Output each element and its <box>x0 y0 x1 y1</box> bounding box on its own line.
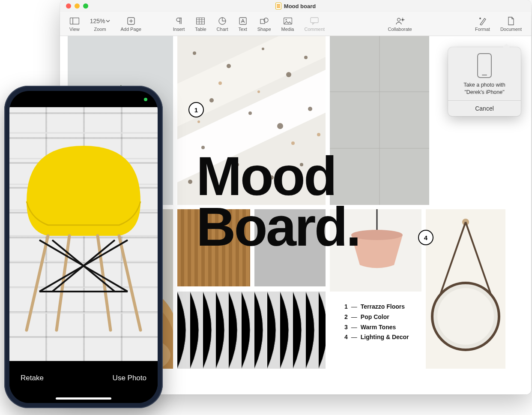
iphone-screen: Retake Use Photo <box>9 91 158 403</box>
zoom-button[interactable]: 125% Zoom <box>86 14 115 34</box>
svg-point-19 <box>479 18 481 19</box>
svg-rect-0 <box>70 18 79 24</box>
view-button[interactable]: View <box>65 14 84 34</box>
chair-photo <box>9 107 158 347</box>
document-button[interactable]: Document <box>496 14 526 34</box>
legend-item: 4—Lighting & Decor <box>344 332 409 343</box>
home-indicator[interactable] <box>56 397 111 400</box>
svg-point-41 <box>317 133 320 136</box>
svg-point-15 <box>285 19 287 20</box>
media-icon <box>284 16 292 26</box>
text-button[interactable]: Text <box>234 14 251 34</box>
headline-line1: Mood <box>196 151 359 201</box>
format-icon <box>478 16 486 26</box>
add-page-label: Add Page <box>120 27 141 32</box>
svg-point-37 <box>218 81 222 85</box>
media-button[interactable]: Media <box>277 14 299 34</box>
iphone-icon <box>477 53 492 78</box>
svg-rect-11 <box>239 18 246 24</box>
add-page-icon <box>127 16 135 26</box>
window-title-text: Mood board <box>284 3 316 9</box>
collaborate-button[interactable]: Collaborate <box>383 14 416 34</box>
chart-icon <box>218 16 226 26</box>
shape-button[interactable]: Shape <box>253 14 275 34</box>
shape-icon <box>260 16 269 26</box>
svg-rect-49 <box>177 292 326 369</box>
traffic-lights <box>66 3 88 9</box>
view-label: View <box>69 27 80 32</box>
collaborate-icon <box>395 16 405 26</box>
moodboard-image-fur[interactable] <box>177 292 326 369</box>
popover-message: Take a photo with "Derek's iPhone" <box>448 81 521 100</box>
chevron-down-icon <box>106 19 110 23</box>
svg-rect-16 <box>311 18 318 23</box>
close-window-button[interactable] <box>66 3 71 9</box>
svg-point-29 <box>248 111 252 115</box>
svg-point-30 <box>277 123 283 129</box>
moodboard-image-mirror[interactable] <box>426 209 505 369</box>
svg-point-56 <box>437 288 494 345</box>
svg-point-24 <box>227 64 231 68</box>
retake-button[interactable]: Retake <box>21 374 44 382</box>
legend-item: 2—Pop Color <box>344 312 409 322</box>
use-photo-button[interactable]: Use Photo <box>113 374 146 382</box>
fullscreen-window-button[interactable] <box>83 3 88 9</box>
document-icon <box>275 3 281 9</box>
chart-button[interactable]: Chart <box>212 14 233 34</box>
document-icon <box>508 16 514 26</box>
svg-point-39 <box>291 141 295 145</box>
zoom-label: Zoom <box>94 27 106 32</box>
svg-point-36 <box>188 180 192 184</box>
svg-point-28 <box>209 98 214 102</box>
svg-point-18 <box>401 18 403 21</box>
legend[interactable]: 1—Terrazzo Floors 2—Pop Color 3—Warm Ton… <box>344 302 409 343</box>
svg-point-17 <box>397 18 400 21</box>
annotation-badge-4[interactable]: 4 <box>418 230 433 245</box>
annotation-badge-1[interactable]: 1 <box>188 102 204 117</box>
svg-line-65 <box>27 236 48 330</box>
sidebar-icon <box>70 16 79 26</box>
comment-button: Comment <box>300 14 329 34</box>
cancel-button[interactable]: Cancel <box>448 100 521 116</box>
legend-item: 1—Terrazzo Floors <box>344 302 409 312</box>
svg-rect-5 <box>197 18 205 24</box>
headline-line2: Board. <box>196 201 359 252</box>
minimize-window-button[interactable] <box>75 3 80 9</box>
camera-preview <box>9 107 158 361</box>
comment-icon <box>310 16 319 26</box>
table-button[interactable]: Table <box>191 14 210 34</box>
titlebar: Mood board <box>60 0 531 12</box>
svg-point-26 <box>286 72 291 77</box>
headline[interactable]: Mood Board. <box>196 151 359 252</box>
toolbar: View 125% Zoom Add Page Insert <box>60 12 531 36</box>
svg-point-27 <box>304 56 308 59</box>
camera-indicator-dot <box>144 98 147 101</box>
continuity-camera-popover: Take a photo with "Derek's iPhone" Cance… <box>448 47 521 116</box>
insert-button[interactable]: Insert <box>169 14 189 34</box>
svg-point-38 <box>257 90 260 93</box>
add-page-button[interactable]: Add Page <box>116 14 145 34</box>
camera-bottom-bar: Retake Use Photo <box>9 361 158 403</box>
svg-point-40 <box>197 120 200 123</box>
paragraph-icon <box>176 16 182 26</box>
notch <box>51 91 116 104</box>
svg-point-23 <box>193 51 196 55</box>
iphone-device: Retake Use Photo <box>4 86 163 408</box>
window-title: Mood board <box>60 3 531 9</box>
svg-point-25 <box>262 48 264 50</box>
zoom-value: 125% <box>90 16 111 26</box>
format-button[interactable]: Format <box>471 14 494 34</box>
legend-item: 3—Warm Tones <box>344 322 409 333</box>
svg-line-66 <box>119 236 140 330</box>
text-icon <box>239 16 247 26</box>
svg-point-32 <box>308 107 312 111</box>
table-icon <box>196 16 205 26</box>
